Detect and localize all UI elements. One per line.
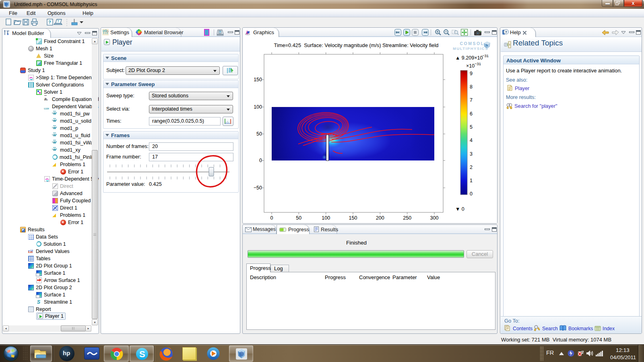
svg-text:300: 300 bbox=[430, 215, 439, 221]
svg-text:×10: ×10 bbox=[466, 63, 475, 69]
svg-text:−31: −31 bbox=[475, 62, 481, 66]
svg-text:200: 200 bbox=[376, 215, 384, 221]
svg-text:?: ? bbox=[505, 30, 508, 34]
svg-text:0: 0 bbox=[259, 158, 262, 163]
svg-text:COMSOL: COMSOL bbox=[460, 41, 484, 46]
svg-text:9: 9 bbox=[470, 71, 473, 76]
svg-text:2: 2 bbox=[470, 165, 473, 170]
svg-text:250: 250 bbox=[403, 215, 411, 221]
svg-text:8: 8 bbox=[470, 84, 473, 90]
svg-text:?: ? bbox=[219, 31, 221, 33]
svg-text:0: 0 bbox=[270, 215, 273, 221]
svg-text:Time=0.425 Surface: Velocity: Time=0.425 Surface: Velocity magnitude (… bbox=[274, 42, 439, 48]
svg-text:100: 100 bbox=[254, 104, 262, 110]
svg-text:150: 150 bbox=[254, 77, 262, 82]
svg-text:?: ? bbox=[48, 20, 51, 25]
svg-text:50: 50 bbox=[256, 131, 262, 137]
svg-text:5: 5 bbox=[470, 124, 473, 130]
svg-text:1: 1 bbox=[470, 178, 473, 183]
svg-text:3: 3 bbox=[470, 151, 473, 157]
svg-text:S: S bbox=[139, 349, 145, 359]
svg-text:0: 0 bbox=[470, 191, 473, 197]
svg-text:−50: −50 bbox=[254, 185, 262, 191]
svg-text:4: 4 bbox=[470, 138, 473, 143]
svg-text:100: 100 bbox=[322, 215, 330, 221]
svg-text:MULTIPHYSICS: MULTIPHYSICS bbox=[453, 46, 488, 51]
svg-text:7: 7 bbox=[470, 97, 473, 103]
svg-text:150: 150 bbox=[349, 215, 357, 221]
svg-text:?: ? bbox=[57, 19, 59, 23]
svg-text:50: 50 bbox=[296, 215, 301, 221]
svg-text:▲ 9.209×10: ▲ 9.209×10 bbox=[455, 55, 483, 61]
svg-text:6: 6 bbox=[470, 111, 473, 117]
svg-text:▼ 0: ▼ 0 bbox=[455, 206, 464, 212]
svg-text:−31: −31 bbox=[482, 53, 489, 58]
